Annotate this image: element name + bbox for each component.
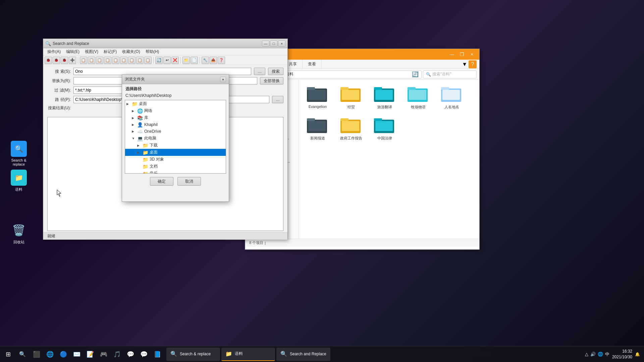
browse-title: 浏览文件夹 [125,76,220,82]
taskbar-game-icon[interactable]: 🎮 [97,348,110,361]
browse-tree-item-lib[interactable]: ▶ 📚 库 [125,114,226,121]
browse-tree-item-docs[interactable]: 📁 文档 [125,163,226,170]
explorer-item-lvyou[interactable]: 旅游翻译 [370,84,399,111]
sar-minimize-button[interactable]: — [262,41,269,47]
taskbar-chat-icon[interactable]: 💬 [124,348,137,361]
explorer-maximize-button[interactable]: ❐ [457,51,467,58]
sar-search-start-button[interactable]: 搜索 [268,68,283,75]
sar-toolbar-btn-13[interactable]: 📋 [144,57,152,64]
svg-rect-23 [375,121,393,131]
sar-toolbar-btn-8[interactable]: 📋 [104,57,111,64]
sar-replace-all-button[interactable]: 全部替换 [260,77,283,84]
explorer-item-muchang[interactable]: 牧场物语 [404,84,433,111]
browse-tree-item-desktop[interactable]: ▶ 📁 桌面 [125,100,226,107]
recycle-bin-desktop-icon[interactable]: 🗑️ 回收站 [7,222,31,245]
sar-menu-marks[interactable]: 标记(F) [101,48,119,56]
sar-toolbar-btn-19[interactable]: 🔧 [202,57,209,64]
systray-ime-label[interactable]: 中 [605,351,609,357]
sar-path-browse-button[interactable]: … [272,96,283,103]
sar-toolbar-btn-9[interactable]: 📋 [112,57,119,64]
sar-toolbar-btn-16[interactable]: ❌ [171,57,179,64]
taskbar-search-button[interactable]: 🔍 [16,348,29,361]
taskbar-app-yuliào-icon: 📁 [225,351,232,357]
sar-menu-edit[interactable]: 编辑(E) [63,48,82,56]
sar-menu-help[interactable]: 帮助(H) [143,48,162,56]
sar-toolbar-btn-12[interactable]: 📋 [136,57,144,64]
taskbar-music-icon[interactable]: 🎵 [111,348,123,361]
taskbar-clock[interactable]: 16:32 2021/10/30 [612,349,632,360]
explorer-minimize-button[interactable]: — [447,51,457,58]
sar-browse-button[interactable]: … [254,68,265,75]
explorer-item-jinmao[interactable]: 经贸 [336,84,366,111]
browse-titlebar: 浏览文件夹 × [122,75,229,84]
browse-tree-item-3d[interactable]: 📁 3D 对象 [125,156,226,163]
sar-toolbar-btn-2[interactable]: 🐞 [53,57,60,64]
sar-toolbar-btn-20[interactable]: 📤 [210,57,217,64]
sar-toolbar-btn-14[interactable]: 🔄 [155,57,163,64]
browse-tree-item-onedrive[interactable]: ▶ ☁️ OneDrive [125,128,226,135]
ribbon-help-icon[interactable]: ? [469,60,477,68]
taskbar-app-yuliào[interactable]: 📁 语料 [221,348,275,361]
taskbar-mail-icon[interactable]: ✉️ [70,348,83,361]
browse-tree-item-network[interactable]: ▶ 🌐 网络 [125,107,226,114]
explorer-search-box[interactable]: 🔍 搜索"语料" [423,70,477,78]
sar-toolbar-btn-17[interactable]: 📁 [182,57,190,64]
sar-toolbar-btn-3[interactable]: 🐞 [61,57,68,64]
start-button[interactable]: ⊞ [0,346,16,362]
browse-folder-icon: 📁 [143,164,148,169]
sar-toolbar-btn-6[interactable]: 📋 [88,57,95,64]
sar-search-input[interactable] [73,68,251,75]
explorer-item-evangelion[interactable]: Evangelion [303,84,332,111]
explorer-item-xinwen[interactable]: 新闻报道 [303,115,332,142]
taskbar-app-sar[interactable]: 🔍 Search & replace [166,348,220,361]
taskbar-system-icons: ⬛ 🌐 🔵 ✉️ 📝 🎮 🎵 💬 💬 📘 [30,348,164,361]
ribbon-tab-view[interactable]: 查看 [303,60,322,69]
sar-menu-actions[interactable]: 操作(A) [45,48,63,56]
taskbar-taskview-button[interactable]: ⬛ [30,348,43,361]
sar-toolbar-btn-10[interactable]: 📋 [120,57,127,64]
taskbar-chrome-icon[interactable]: 🔵 [57,348,70,361]
ribbon-chevron-down-icon[interactable]: ▼ [462,61,467,67]
svg-rect-1 [307,87,315,90]
sar-toolbar-btn-7[interactable]: 📋 [96,57,103,64]
taskbar-word-icon[interactable]: 📘 [151,348,164,361]
taskbar-msg-icon[interactable]: 💬 [138,348,150,361]
sar-toolbar-btn-18[interactable]: 📄 [191,57,198,64]
browse-tree-item-music[interactable]: 📁 音乐 [125,170,226,174]
sar-toolbar-btn-11[interactable]: 📋 [128,57,136,64]
sar-toolbar-btn-21[interactable]: ❓ [218,57,225,64]
browse-cancel-button[interactable]: 取消 [177,177,201,186]
yuliào-desktop-icon[interactable]: 📁 语料 [7,170,31,192]
sar-maximize-button[interactable]: □ [270,41,277,47]
svg-rect-7 [374,87,382,90]
explorer-item-falv[interactable]: 中国法律 [370,115,399,142]
browse-folder-tree[interactable]: ▶ 📁 桌面 ▶ 🌐 网络 ▶ 📚 库 ▶ 👤 Khaphil ▶ ☁️ One… [125,100,226,174]
sar-toolbar-btn-5[interactable]: 📋 [80,57,87,64]
explorer-item-zhengfu[interactable]: 政府工作报告 [336,115,366,142]
sar-toolbar-btn-15[interactable]: ↩ [163,57,171,64]
explorer-close-button[interactable]: × [467,51,477,58]
browse-close-button[interactable]: × [220,77,226,82]
browse-tree-item-desktop2[interactable]: ▶ 📁 桌面 [125,149,226,156]
browse-tree-item-thispc[interactable]: ▼ 💻 此电脑 [125,135,226,142]
sar-menu-view[interactable]: 视图(V) [82,48,101,56]
explorer-address-bar[interactable]: 📁 语料 🔄 [276,70,422,78]
notification-button[interactable]: 🔔 [635,352,640,357]
sar-toolbar-btn-1[interactable]: 🐞 [45,57,52,64]
browse-tree-item-khaphil[interactable]: ▶ 👤 Khaphil [125,121,226,128]
taskbar-app-search-replace[interactable]: 🔍 Search and Replace [276,348,330,361]
browse-tree-item-downloads[interactable]: ▶ 📁 下载 [125,142,226,149]
sar-close-button[interactable]: × [278,41,285,47]
explorer-refresh-icon[interactable]: 🔄 [412,71,419,77]
systray-network-icon[interactable]: 🌐 [598,352,603,357]
taskbar-note-icon[interactable]: 📝 [84,348,97,361]
sar-path-label: 路 径(P): [47,97,71,103]
search-replace-desktop-icon[interactable]: 🔍 Search & replace [7,141,31,166]
browse-confirm-button[interactable]: 确定 [150,177,173,186]
explorer-item-renming[interactable]: 人名地名 [437,84,467,111]
systray-volume-icon[interactable]: 🔊 [590,352,596,357]
sar-menu-favorites[interactable]: 收藏夹(O) [119,48,143,56]
systray-expand-icon[interactable]: △ [585,352,588,357]
taskbar-browser-icon[interactable]: 🌐 [44,348,56,361]
sar-toolbar-btn-4[interactable]: ➕ [69,57,76,64]
